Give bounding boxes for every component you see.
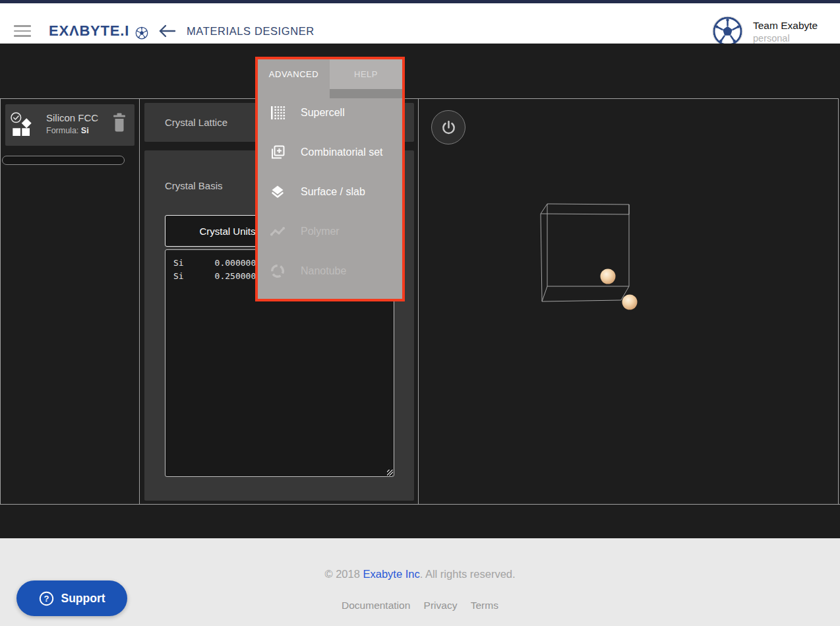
menu-advanced[interactable]: ADVANCED xyxy=(258,59,330,89)
structure-viewer-panel[interactable] xyxy=(419,98,839,504)
menu-item-combinatorial-set[interactable]: Combinatorial set xyxy=(258,138,402,167)
exabyte-logo-ball-icon xyxy=(135,26,148,40)
material-formula: Formula: Si xyxy=(46,126,89,135)
menu-item-label: Polymer xyxy=(301,226,340,237)
sidebar-scrollbar[interactable] xyxy=(2,156,125,165)
advanced-menu-panel: Supercell Combinatorial set Surface xyxy=(258,98,402,299)
account-role: personal xyxy=(753,33,790,44)
unit-cell-wireframe xyxy=(541,204,629,301)
crystal-3d-scene xyxy=(419,99,839,504)
supercell-grid-icon xyxy=(270,105,285,121)
advanced-menu-dropdown-highlighted: ADVANCED HELP Supercell xyxy=(255,57,405,301)
app-header: EXΛBYTE.I MATERIALS DESIGNER Team Exabyt… xyxy=(0,3,840,44)
terms-link[interactable]: Terms xyxy=(471,600,498,611)
menu-item-label: Surface / slab xyxy=(301,186,365,198)
crystal-basis-title: Crystal Basis xyxy=(165,180,223,191)
polymer-zigzag-icon xyxy=(270,224,285,239)
menu-item-polymer: Polymer xyxy=(258,217,402,246)
bottom-spacer-band xyxy=(0,504,840,538)
material-set-icon xyxy=(11,108,33,139)
material-item-silicon-fcc[interactable]: Silicon FCC Formula: Si xyxy=(5,104,135,146)
menu-item-nanotube: Nanotube xyxy=(258,257,402,286)
documentation-link[interactable]: Documentation xyxy=(342,600,410,611)
menu-item-label: Nanotube xyxy=(301,265,346,277)
library-add-icon xyxy=(270,144,285,160)
menu-item-surface-slab[interactable]: Surface / slab xyxy=(258,177,402,206)
layers-icon xyxy=(270,184,285,200)
team-avatar[interactable] xyxy=(712,16,743,47)
hamburger-menu-icon[interactable] xyxy=(14,25,31,37)
copyright-suffix: . All rights reserved. xyxy=(420,568,516,580)
help-question-icon: ? xyxy=(38,590,55,607)
material-name: Silicon FCC xyxy=(46,112,98,123)
textarea-resize-handle[interactable] xyxy=(387,470,393,476)
formula-label: Formula: xyxy=(46,126,78,135)
copyright-prefix: © 2018 xyxy=(324,568,363,580)
menu-item-label: Combinatorial set xyxy=(301,146,383,158)
page-footer: © 2018 Exabyte Inc. All rights reserved.… xyxy=(0,538,840,626)
menu-item-supercell[interactable]: Supercell xyxy=(258,98,402,127)
crystal-lattice-title: Crystal Lattice xyxy=(165,117,227,128)
dropdown-strip xyxy=(258,89,402,98)
page-title: MATERIALS DESIGNER xyxy=(187,25,315,37)
formula-value: Si xyxy=(81,126,89,135)
silicon-atom xyxy=(622,295,638,310)
copyright-line: © 2018 Exabyte Inc. All rights reserved. xyxy=(0,568,840,580)
back-arrow-icon[interactable] xyxy=(158,24,176,38)
support-button[interactable]: ? Support xyxy=(16,580,127,616)
svg-text:?: ? xyxy=(44,593,49,603)
designer-menubar: INPUT/OUTPUT EDIT VIEW xyxy=(0,44,840,98)
menu-help[interactable]: HELP xyxy=(330,59,402,89)
menu-item-label: Supercell xyxy=(301,107,345,119)
dropdown-tab-row: ADVANCED HELP xyxy=(258,59,402,89)
silicon-atom xyxy=(601,269,616,284)
account-name[interactable]: Team Exabyte xyxy=(753,20,818,32)
nanotube-ring-icon xyxy=(270,263,285,279)
viewer-power-button[interactable] xyxy=(431,110,465,144)
crystal-units-label: Crystal Units xyxy=(199,226,255,237)
materials-sidebar: Silicon FCC Formula: Si xyxy=(0,98,140,504)
materials-designer-page: EXΛBYTE.I MATERIALS DESIGNER Team Exabyt… xyxy=(0,0,840,626)
power-icon xyxy=(440,119,458,137)
delete-material-icon[interactable] xyxy=(112,113,127,133)
exabyte-inc-link[interactable]: Exabyte Inc xyxy=(363,568,419,580)
support-label: Support xyxy=(61,592,105,606)
privacy-link[interactable]: Privacy xyxy=(424,600,458,611)
exabyte-logo[interactable]: EXΛBYTE.I xyxy=(49,23,129,39)
